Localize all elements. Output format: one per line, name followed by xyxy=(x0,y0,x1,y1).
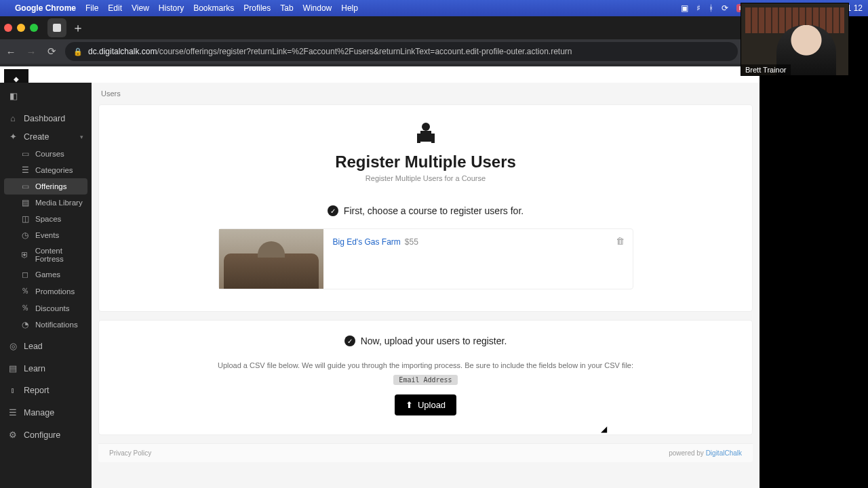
sidebar-item-learn[interactable]: ▤Learn xyxy=(0,359,92,378)
subitem-label: Events xyxy=(35,231,59,239)
tab-favicon-icon xyxy=(52,22,62,33)
webcam-name: Brett Trainor xyxy=(741,64,791,75)
selected-course-card[interactable]: Big Ed's Gas Farm $55 🗑 ◢ xyxy=(218,228,633,289)
subitem-icon: ▭ xyxy=(20,182,30,191)
subitem-label: Content Fortress xyxy=(35,247,92,263)
sidebar-item-lead[interactable]: ◎Lead xyxy=(0,337,92,355)
register-panel: Register Multiple Users Register Multipl… xyxy=(98,104,753,312)
browser-toolbar: ← → ⟳ 🔒 dc.digitalchalk.com/course/offer… xyxy=(0,39,868,64)
lead-icon: ◎ xyxy=(8,341,18,351)
sidebar-item-manage[interactable]: ☰Manage xyxy=(0,403,92,422)
subitem-icon: ◷ xyxy=(20,230,30,240)
menu-help[interactable]: Help xyxy=(341,3,358,13)
upload-instructions: Upload a CSV file below. We will guide y… xyxy=(218,361,633,369)
video-icon[interactable]: ▣ xyxy=(681,3,688,13)
subitem-icon: ⛨ xyxy=(20,251,30,259)
new-tab-button[interactable]: ＋ xyxy=(72,20,84,36)
sidebar-sub-media-library[interactable]: ▤Media Library xyxy=(0,195,92,211)
menu-window[interactable]: Window xyxy=(303,3,332,13)
svg-rect-2 xyxy=(420,131,431,142)
lock-icon: 🔒 xyxy=(73,47,83,56)
url-path: /course/offerings/register?returnLink=%2… xyxy=(157,47,572,56)
unused-area xyxy=(760,16,868,488)
manage-icon: ☰ xyxy=(8,407,18,418)
brand-link[interactable]: DigitalChalk xyxy=(706,449,742,457)
upload-button[interactable]: ⬆ Upload xyxy=(395,394,456,415)
step-1-text: First, choose a course to register users… xyxy=(344,205,524,216)
sidebar-sub-discounts[interactable]: ％Discounts xyxy=(0,300,92,317)
subitem-label: Games xyxy=(35,270,60,279)
subitem-label: Notifications xyxy=(35,321,78,329)
field-chip-email: Email Address xyxy=(393,375,457,385)
dashboard-icon: ⌂ xyxy=(8,114,18,123)
sidebar-sub-categories[interactable]: ☰Categories xyxy=(0,162,92,178)
sidebar-label: Configure xyxy=(24,430,60,440)
sidebar-sub-promotions[interactable]: ％Promotions xyxy=(0,283,92,300)
browser-tab[interactable] xyxy=(47,18,66,37)
subitem-icon: ◫ xyxy=(20,214,30,224)
menu-history[interactable]: History xyxy=(159,3,184,13)
url-domain: dc.digitalchalk.com xyxy=(88,47,157,56)
forward-button[interactable]: → xyxy=(24,46,38,58)
subitem-icon: ▤ xyxy=(20,198,30,207)
subitem-icon: ◻ xyxy=(20,270,30,279)
sidebar-item-dashboard[interactable]: ⌂Dashboard xyxy=(0,110,92,127)
app-name[interactable]: Google Chrome xyxy=(15,3,76,13)
check-circle-icon: ✓ xyxy=(328,205,338,216)
close-window-icon[interactable] xyxy=(4,24,12,32)
back-button[interactable]: ← xyxy=(4,46,18,58)
trash-icon[interactable]: 🗑 xyxy=(616,236,625,246)
sidebar-sub-courses[interactable]: ▭Courses xyxy=(0,146,92,162)
upload-panel: ✓ Now, upload your users to register. Up… xyxy=(98,320,753,435)
report-icon: ⫾ xyxy=(8,386,18,395)
course-price: $55 xyxy=(405,237,418,281)
page-subtitle: Register Multiple Users for a Course xyxy=(366,174,486,182)
page-title: Register Multiple Users xyxy=(335,152,516,171)
window-controls[interactable] xyxy=(4,24,38,32)
bluetooth-icon[interactable]: ᚼ xyxy=(709,3,713,13)
step-2: ✓ Now, upload your users to register. xyxy=(344,336,507,346)
zoom-window-icon[interactable] xyxy=(30,24,38,32)
footer: Privacy Policy powered by DigitalChalk xyxy=(98,443,753,462)
sidebar-sub-spaces[interactable]: ◫Spaces xyxy=(0,211,92,227)
subitem-label: Categories xyxy=(35,166,73,174)
sidebar-sub-notifications[interactable]: ◔Notifications xyxy=(0,317,92,333)
sidebar-sub-games[interactable]: ◻Games xyxy=(0,266,92,283)
subitem-label: Spaces xyxy=(35,215,61,223)
privacy-link[interactable]: Privacy Policy xyxy=(109,449,151,457)
browser-tabstrip: ＋ xyxy=(0,16,868,39)
sidebar: ◧ ⌂Dashboard ✦Create▾ ▭Courses☰Categorie… xyxy=(0,83,92,488)
menu-edit[interactable]: Edit xyxy=(108,3,122,13)
tuning-icon[interactable]: ♯ xyxy=(696,3,701,13)
breadcrumb[interactable]: Users xyxy=(92,83,760,104)
sidebar-sub-events[interactable]: ◷Events xyxy=(0,227,92,243)
sidebar-collapse-button[interactable]: ◧ xyxy=(0,85,92,106)
svg-rect-3 xyxy=(417,134,420,143)
menu-profiles[interactable]: Profiles xyxy=(243,3,271,13)
sidebar-label: Manage xyxy=(24,408,54,418)
svg-rect-0 xyxy=(53,24,61,32)
chevron-down-icon: ▾ xyxy=(80,134,83,140)
menu-view[interactable]: View xyxy=(132,3,149,13)
subitem-label: Courses xyxy=(35,150,64,158)
sidebar-sub-content-fortress[interactable]: ⛨Content Fortress xyxy=(0,243,92,266)
menu-file[interactable]: File xyxy=(85,3,98,13)
sidebar-item-create[interactable]: ✦Create▾ xyxy=(0,127,92,146)
sidebar-item-configure[interactable]: ⚙Configure xyxy=(0,426,92,444)
upload-label: Upload xyxy=(418,400,446,410)
check-circle-icon: ✓ xyxy=(344,336,355,346)
sync-icon[interactable]: ⟳ xyxy=(722,3,728,13)
menu-tab[interactable]: Tab xyxy=(280,3,293,13)
sidebar-item-report[interactable]: ⫾Report xyxy=(0,382,92,399)
minimize-window-icon[interactable] xyxy=(17,24,25,32)
create-icon: ✦ xyxy=(8,131,18,142)
reload-button[interactable]: ⟳ xyxy=(45,45,58,58)
step-2-text: Now, upload your users to register. xyxy=(361,336,507,346)
address-bar[interactable]: 🔒 dc.digitalchalk.com/course/offerings/r… xyxy=(65,42,738,61)
step-1: ✓ First, choose a course to register use… xyxy=(328,205,524,216)
svg-rect-4 xyxy=(431,134,435,143)
menu-bookmarks[interactable]: Bookmarks xyxy=(193,3,234,13)
subitem-label: Promotions xyxy=(35,287,75,296)
sidebar-sub-offerings[interactable]: ▭Offerings xyxy=(4,178,87,195)
sidebar-label: Report xyxy=(24,386,50,395)
